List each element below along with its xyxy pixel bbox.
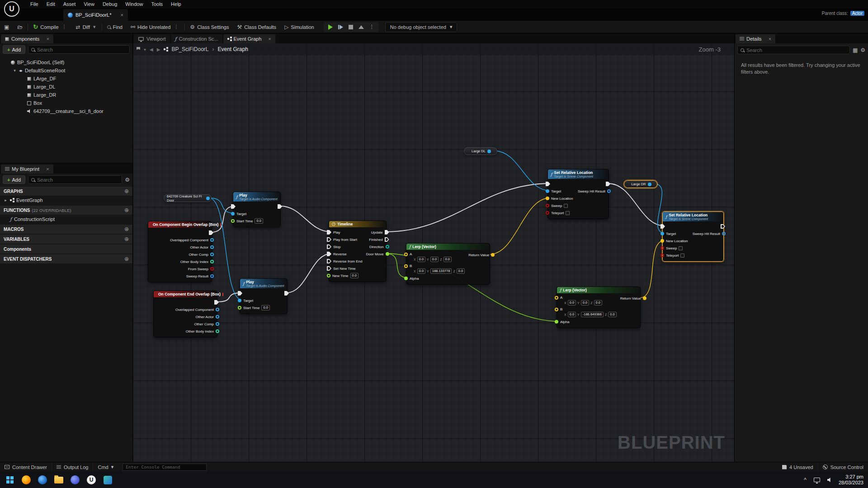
debug-object-dropdown[interactable]: No debug object selected ▾ [385,22,458,32]
value-field[interactable]: 0.0 [594,300,602,305]
node-header[interactable]: ƒLerp (Vector) [557,287,640,293]
tab-my-blueprint[interactable]: My Blueprint × [1,164,53,174]
checkbox[interactable] [566,211,570,215]
pin-other-body-index[interactable]: Other Body Index [186,328,214,335]
object-pin-icon[interactable] [231,212,235,216]
section-components[interactable]: Components [0,244,132,253]
details-search-input[interactable] [746,47,847,53]
pin-teleport[interactable]: Teleport [551,209,573,216]
component-row-defaultsceneroot[interactable]: ▾DefaultSceneRoot [0,66,132,75]
section-functions[interactable]: FUNCTIONS(22 OVERRIDABLE)⊕ [0,206,132,215]
pin-target[interactable]: Target [551,188,573,195]
pin-sweep[interactable]: Sweep [665,244,688,252]
pin-alpha[interactable]: Alpha [409,275,465,282]
pin-sweep-hit-result[interactable]: Sweep Hit Result [578,188,606,195]
pin-other-actor[interactable]: Other Actor [196,313,214,320]
object-pin-icon[interactable] [216,308,219,311]
pin-set-new-time[interactable]: Set New Time [332,265,362,272]
pin-play-from-start[interactable]: Play from Start [332,236,362,243]
component-row-large-df[interactable]: LArge_DF [0,75,132,83]
value-field[interactable]: 0.0 [457,268,465,274]
exec-pin-icon[interactable] [327,266,331,271]
float-pin-icon[interactable] [238,306,241,310]
exec-pin-icon[interactable] [231,204,236,209]
pin-sweep-result[interactable]: Sweep Result [186,272,209,280]
display-filter-icon[interactable]: ▦ [853,47,858,53]
enum-pin-icon[interactable] [386,245,389,249]
value-field[interactable]: 0.0 [568,312,576,317]
find-button[interactable]: Find [103,21,127,33]
menu-tools[interactable]: Tools [147,1,167,7]
section-event-dispatchers[interactable]: EVENT DISPATCHERS⊕ [0,254,132,263]
pin-other-actor[interactable]: Other Actor [190,244,209,251]
play-options-icon[interactable]: ⋮ [369,24,374,30]
node-set-relative-location-2[interactable]: ƒSet Relative LocationTarget is Scene Co… [662,211,724,262]
close-icon[interactable]: × [46,36,49,42]
pin-sweep-hit-result[interactable]: Sweep Hit Result [693,230,721,237]
menu-debug[interactable]: Debug [99,1,121,7]
pin-from-sweep[interactable]: From Sweep [188,265,209,272]
value-field[interactable]: -186.649366 [581,312,604,317]
value-field[interactable]: 0.0 [581,300,589,305]
save-button[interactable]: ▣ [0,21,13,33]
component-row-bp-scifidoorl-self[interactable]: BP_SciFiDoorL (Self) [0,58,132,66]
component-row-642709-creature-sci-fi-door[interactable]: 642709__creature__sci_fi_door [0,107,132,115]
file-explorer-taskbar-button[interactable] [53,474,64,485]
simulation-button[interactable]: ▷Simulation [280,21,318,33]
node-header[interactable]: ƒSet Relative LocationTarget is Scene Co… [663,212,723,221]
checkbox[interactable] [564,204,568,208]
struct-pin-icon[interactable] [210,274,214,278]
pin-b[interactable]: BX0.0Y-186.649366Z0.0 [560,306,617,318]
frame-skip-icon[interactable] [338,25,343,29]
add-circle-icon[interactable]: ⊕ [124,207,129,213]
exec-pin-icon[interactable] [238,291,242,296]
unsaved-button[interactable]: 4 Unsaved [778,462,818,472]
console-command-box[interactable] [123,464,207,471]
menu-edit[interactable]: Edit [42,1,59,7]
menu-window[interactable]: Window [121,1,147,7]
component-row-box[interactable]: Box [0,99,132,107]
pin-new-location[interactable]: New Location [551,195,573,202]
pin-start-time[interactable]: Start Time0.0 [243,304,270,311]
node-lerp-vector-2[interactable]: ƒLerp (Vector)AX0.0Y0.0Z0.0BX0.0Y-186.64… [557,286,641,328]
delegate-pin-icon[interactable] [222,293,223,296]
pin-overlapped-component[interactable]: Overlapped Component [170,236,209,244]
my-blueprint-search-input[interactable] [37,177,119,183]
node-header[interactable]: ƒSet Relative LocationTarget is Scene Co… [548,169,609,179]
components-search-input[interactable] [37,47,127,52]
pin-door-move[interactable]: Door Move [366,250,384,258]
exec-pin-icon[interactable] [546,182,550,186]
value-field[interactable]: 0.0 [350,273,359,278]
object-pin-icon[interactable] [487,150,491,153]
bool-pin-icon[interactable] [546,211,549,215]
pin-a[interactable]: AX0.0Y0.0Z0.0 [560,295,617,306]
vector-pin-icon[interactable] [555,308,558,311]
class-settings-button[interactable]: ⚙Class Settings [186,21,233,33]
int-pin-icon[interactable] [210,260,214,263]
node-large-dr-pill[interactable]: Large DR [624,180,657,188]
tab-viewport[interactable]: Viewport [134,34,170,43]
struct-pin-icon[interactable] [607,189,611,193]
exec-pin-icon[interactable] [660,224,665,229]
browse-button[interactable]: 🗁 [13,21,27,33]
asset-tab[interactable]: BP_SciFiDoorL* × [63,9,128,21]
node-header[interactable]: ƒLerp (Vector) [406,244,490,250]
diff-button[interactable]: ⇄Diff▾ [72,21,101,33]
float-pin-icon[interactable] [555,320,558,324]
vector-pin-icon[interactable] [404,253,408,256]
pin-play[interactable]: Play [332,229,362,236]
pin-other-comp[interactable]: Other Comp [189,251,209,258]
menu-asset[interactable]: Asset [59,1,80,7]
exec-pin-icon[interactable] [327,252,331,256]
play-icon[interactable] [328,24,333,30]
node-header[interactable]: On Component Begin Overlap (Box) [148,221,212,228]
start-button[interactable] [5,474,15,485]
bool-pin-icon[interactable] [546,204,549,207]
pin-other-body-index[interactable]: Other Body Index [180,258,209,265]
expand-caret-icon[interactable]: ▾ [13,68,17,73]
unreal-taskbar-button[interactable]: U [86,474,97,485]
add-circle-icon[interactable]: ⊕ [124,256,129,262]
struct-pin-icon[interactable] [722,232,726,235]
pin-a[interactable]: AX0.0Y0.0Z0.0 [409,251,465,263]
close-tab-icon[interactable]: × [120,12,123,18]
